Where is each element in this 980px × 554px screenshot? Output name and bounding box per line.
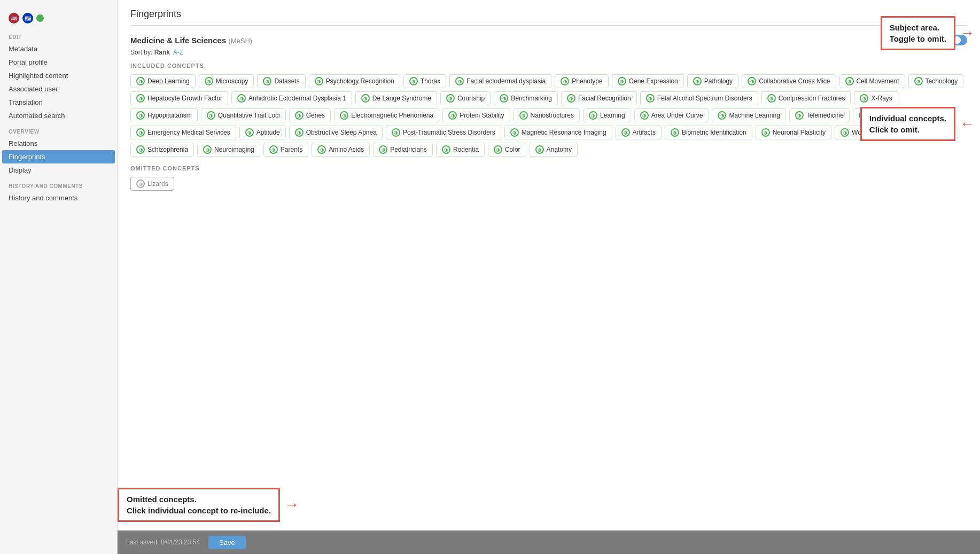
status-dot (36, 14, 44, 22)
included-concept-tag[interactable]: ◑Genes (289, 108, 331, 122)
included-concept-tag[interactable]: ◑Facial ectodermal dysplasia (449, 74, 551, 88)
concept-name: Phenotype (572, 77, 602, 85)
concept-icon: ◑ (618, 77, 626, 85)
concept-name: Artifacts (633, 129, 656, 136)
included-concept-tag[interactable]: ◑Machine Learning (712, 108, 785, 122)
included-concept-tag[interactable]: ◑Phenotype (555, 74, 608, 88)
included-concept-tag[interactable]: ◑Anatomy (530, 143, 578, 157)
included-concept-tag[interactable]: ◑Collaborative Cross Mice (742, 74, 836, 88)
arrow-right-omitted-icon: → (284, 496, 299, 513)
included-concept-tag[interactable]: ◑Emergency Medical Services (130, 126, 236, 139)
sidebar-item-relations[interactable]: Relations (0, 137, 117, 150)
included-concept-tag[interactable]: ◑Biometric Identification (665, 126, 752, 139)
sidebar-item-history-comments[interactable]: History and comments (0, 191, 117, 205)
included-concept-tag[interactable]: ◑Deep Learning (130, 74, 196, 88)
concept-name: Magnetic Resonance Imaging (522, 129, 606, 136)
concept-icon: ◑ (500, 94, 508, 103)
included-concept-tag[interactable]: ◑Cell Movement (839, 74, 905, 88)
included-concept-tag[interactable]: ◑Thorax (403, 74, 446, 88)
included-concept-tag[interactable]: ◑Pathology (687, 74, 738, 88)
included-concept-tag[interactable]: ◑Gene Expression (612, 74, 684, 88)
last-saved-text: Last saved: 8/01/23 23:54 (126, 539, 200, 546)
included-concept-tag[interactable]: ◑Electromagnetic Phenomena (334, 108, 439, 122)
included-concept-tag[interactable]: ◑Anhidrotic Ectodermal Dysplasia 1 (231, 91, 352, 105)
sidebar-item-display[interactable]: Display (0, 163, 117, 177)
sidebar: 🇺🇸 🇮🇱 EDIT Metadata Portal profile Highl… (0, 0, 118, 554)
sidebar-item-fingerprints[interactable]: Fingerprints (2, 150, 115, 163)
concept-icon: ◑ (340, 111, 348, 120)
included-concept-tag[interactable]: ◑X-Rays (854, 91, 898, 105)
included-concept-tag[interactable]: ◑Quantitative Trait Loci (201, 108, 286, 122)
included-concept-tag[interactable]: ◑Nanostructures (514, 108, 580, 122)
included-concept-tag[interactable]: ◑Datasets (257, 74, 305, 88)
included-concept-tag[interactable]: ◑Obstructive Sleep Apnea (289, 126, 383, 139)
concept-name: Emergency Medical Services (147, 129, 230, 136)
concept-name: Anhidrotic Ectodermal Dysplasia 1 (248, 95, 346, 102)
main-scroll-area: Fingerprints Medicine & Life Sciences (M… (118, 0, 980, 530)
included-concept-tag[interactable]: ◑Hepatocyte Growth Factor (130, 91, 228, 105)
concept-icon: ◑ (448, 111, 457, 120)
concept-icon: ◑ (136, 111, 145, 120)
concept-icon: ◑ (245, 128, 254, 137)
sidebar-item-translation[interactable]: Translation (0, 96, 117, 109)
main-content: Fingerprints Medicine & Life Sciences (M… (118, 0, 980, 554)
included-concept-tag[interactable]: ◑De Lange Syndrome (355, 91, 437, 105)
annotation-mid-right: Individual concepts. Click to omit. ← (860, 107, 975, 141)
concept-icon: ◑ (621, 128, 630, 137)
sort-az[interactable]: A-Z (173, 49, 183, 56)
included-concept-tag[interactable]: ◑Courtship (440, 91, 491, 105)
concept-name: Gene Expression (629, 77, 678, 85)
concept-name: Machine Learning (729, 112, 780, 119)
sidebar-item-portal-profile[interactable]: Portal profile (0, 56, 117, 69)
included-concept-tag[interactable]: ◑Parents (263, 143, 308, 157)
concept-icon: ◑ (561, 77, 569, 85)
included-concept-tag[interactable]: ◑Artifacts (616, 126, 662, 139)
included-concept-tag[interactable]: ◑Post-Traumatic Stress Disorders (386, 126, 501, 139)
included-concept-tag[interactable]: ◑Schizophrenia (130, 143, 194, 157)
included-concept-tag[interactable]: ◑Protein Stability (442, 108, 510, 122)
sort-rank[interactable]: Rank (154, 49, 170, 56)
included-concept-tag[interactable]: ◑Aptitude (239, 126, 286, 139)
included-concept-tag[interactable]: ◑Technology (908, 74, 964, 88)
included-concept-tag[interactable]: ◑Pediatricians (373, 143, 433, 157)
included-concept-tag[interactable]: ◑Neuronal Plasticity (756, 126, 831, 139)
concept-name: Parents (281, 146, 302, 153)
concept-name: Anatomy (547, 146, 572, 153)
concept-icon: ◑ (914, 77, 923, 85)
sidebar-item-metadata[interactable]: Metadata (0, 42, 117, 56)
included-concept-tag[interactable]: ◑Amino Acids (312, 143, 370, 157)
sidebar-item-highlighted-content[interactable]: Highlighted content (0, 69, 117, 82)
included-concept-tag[interactable]: ◑Telemedicine (789, 108, 850, 122)
included-concept-tag[interactable]: ◑Compression Fractures (761, 91, 851, 105)
concept-name: Nanostructures (531, 112, 574, 119)
concept-icon: ◑ (693, 77, 702, 85)
concept-name: Pediatricians (390, 146, 427, 153)
included-concept-tag[interactable]: ◑Benchmarking (494, 91, 558, 105)
arrow-left-concepts-icon: ← (960, 115, 975, 132)
sidebar-item-automated-search[interactable]: Automated search (0, 109, 117, 122)
concept-name: Lizards (147, 180, 168, 188)
concept-name: Quantitative Trait Loci (218, 112, 280, 119)
sidebar-item-associated-user[interactable]: Associated user (0, 82, 117, 96)
included-concept-tag[interactable]: ◑Rodentia (436, 143, 485, 157)
included-concept-tag[interactable]: ◑Magnetic Resonance Imaging (504, 126, 612, 139)
concept-name: Area Under Curve (651, 112, 703, 119)
included-concept-tag[interactable]: ◑Learning (583, 108, 631, 122)
included-concept-tag[interactable]: ◑Neuroimaging (197, 143, 260, 157)
included-concept-tag[interactable]: ◑Fetal Alcohol Spectrum Disorders (640, 91, 758, 105)
concept-icon: ◑ (136, 145, 145, 154)
omitted-concept-tag[interactable]: ◑Lizards (130, 177, 174, 191)
included-concept-tag[interactable]: ◑Psychology Recognition (309, 74, 400, 88)
save-button[interactable]: Save (208, 536, 246, 549)
included-concept-tag[interactable]: ◑Color (488, 143, 526, 157)
concept-icon: ◑ (455, 77, 464, 85)
included-concept-tag[interactable]: ◑Microscopy (199, 74, 254, 88)
included-concept-tag[interactable]: ◑Facial Recognition (561, 91, 637, 105)
concept-icon: ◑ (136, 94, 145, 103)
concept-icon: ◑ (136, 180, 145, 188)
included-concept-tag[interactable]: ◑Area Under Curve (634, 108, 709, 122)
concept-name: Pathology (704, 77, 733, 85)
included-concept-tag[interactable]: ◑Hypopituitarism (130, 108, 198, 122)
concept-icon: ◑ (409, 77, 418, 85)
concept-icon: ◑ (295, 128, 304, 137)
